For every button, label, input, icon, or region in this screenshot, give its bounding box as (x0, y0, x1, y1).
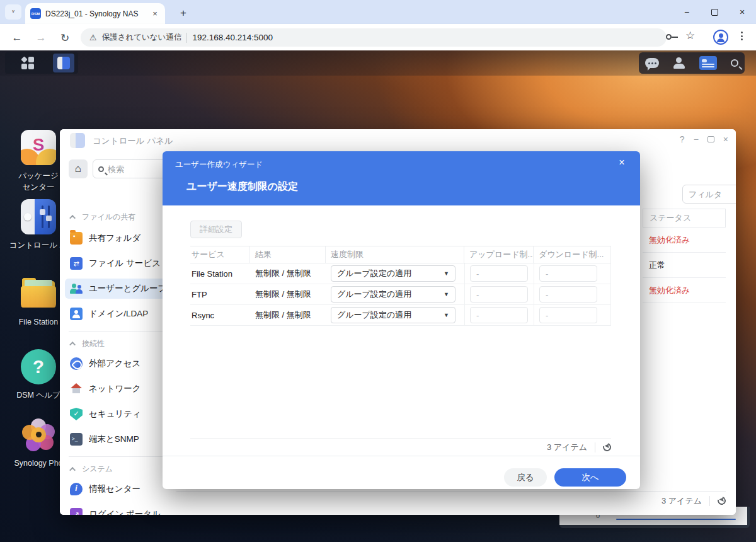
browser-menu-icon[interactable] (741, 32, 743, 40)
advanced-settings-button[interactable]: 詳細設定 (190, 221, 242, 238)
sidebar-divider (69, 456, 168, 457)
sidebar-item-terminal-snmp[interactable]: >_端末とSNMP (65, 429, 173, 449)
users-groups-icon (70, 282, 83, 295)
result-value: 無制限 / 無制限 (250, 305, 326, 325)
browser-minimize-button[interactable]: − (673, 0, 701, 24)
desktop-icon-package-center[interactable]: S パッケージ センター (11, 130, 66, 193)
items-count: 3 アイテム (662, 495, 702, 507)
refresh-icon[interactable] (602, 442, 613, 453)
result-value: 無制限 / 無制限 (250, 284, 326, 304)
shared-folder-icon (70, 232, 83, 245)
terminal-icon: >_ (70, 433, 83, 446)
control-panel-tile-icon (21, 199, 56, 234)
dialog-footer-divider (163, 456, 640, 456)
window-minimize-button[interactable]: − (694, 134, 699, 144)
section-file-sharing[interactable]: ファイルの共有 (71, 212, 135, 222)
tab-close-icon[interactable]: × (150, 9, 160, 19)
address-bar[interactable]: ⚠ 保護されていない通信 192.168.40.214:5000 (81, 28, 667, 47)
widgets-icon[interactable] (699, 56, 717, 70)
table-row-status[interactable]: 無効化済み (643, 228, 726, 253)
browser-titlebar: ᵛ DSM DS223j_01 - Synology NAS × + − × (0, 0, 756, 24)
sidebar-item-external-access[interactable]: 外部アクセス (65, 354, 173, 374)
forward-icon[interactable]: → (33, 30, 49, 46)
refresh-icon[interactable] (716, 495, 728, 507)
url-text[interactable]: 192.168.40.214:5000 (192, 33, 273, 42)
sidebar-search-box[interactable] (93, 159, 168, 178)
dialog-close-icon[interactable]: × (615, 157, 629, 168)
user-menu-icon[interactable] (673, 57, 685, 69)
synology-photos-icon (21, 417, 56, 453)
filter-input[interactable] (682, 185, 736, 204)
sidebar-item-info-center[interactable]: i情報センター (65, 479, 173, 499)
home-button[interactable]: ⌂ (69, 159, 88, 178)
column-download-limit[interactable]: ダウンロード制... (534, 246, 611, 263)
sidebar-item-shared-folder[interactable]: 共有フォルダ (65, 228, 173, 248)
back-icon[interactable]: ← (9, 30, 25, 46)
desktop-icon-synology-photos[interactable]: Synology Pho (11, 417, 66, 469)
window-maximize-button[interactable] (707, 136, 714, 142)
sidebar-item-network[interactable]: ネットワーク (65, 379, 173, 399)
reload-icon[interactable]: ↻ (57, 30, 73, 46)
desktop-icon-dsm-help[interactable]: ? DSM ヘルプ (11, 349, 66, 401)
tab-title: DS223j_01 - Synology NAS (45, 9, 146, 18)
section-connectivity[interactable]: 接続性 (71, 338, 105, 349)
browser-close-button[interactable]: × (728, 0, 756, 24)
window-help-button[interactable]: ? (680, 134, 685, 144)
collapse-chevron-icon (69, 342, 76, 348)
control-panel-titlebar[interactable]: コントロール パネル ? − × (60, 129, 736, 152)
sidebar-item-login-portal[interactable]: ↗ログイン ポータル (65, 504, 173, 515)
search-input[interactable] (108, 164, 152, 174)
tab-search-chevron-icon[interactable]: ᵛ (5, 4, 21, 20)
column-speed-limit[interactable]: 速度制限 (326, 246, 464, 263)
desktop-icon-label: コントロール パ (9, 239, 68, 251)
download-limit-input: - (539, 286, 597, 303)
sidebar-item-security[interactable]: ✓セキュリティ (65, 404, 173, 424)
browser-maximize-button[interactable] (701, 0, 728, 24)
status-column-header[interactable]: ステータス (643, 209, 726, 228)
dialog-header: ユーザー作成ウィザード × ユーザー速度制限の設定 (163, 151, 640, 205)
back-button[interactable]: 戻る (504, 468, 547, 487)
omnibox-divider (186, 33, 187, 43)
desktop-icon-control-panel[interactable]: コントロール パ (11, 199, 66, 251)
profile-icon[interactable] (713, 30, 728, 45)
desktop-icon-file-station[interactable]: File Station (11, 276, 66, 328)
new-tab-button[interactable]: + (175, 5, 192, 21)
table-row: Rsync 無制限 / 無制限 グループ設定の適用▼ - - (190, 305, 611, 326)
browser-window-controls: − × (673, 0, 756, 24)
speed-limit-table: サービス 結果 速度制限 アップロード制... ダウンロード制... File … (190, 246, 611, 326)
dialog-step-heading: ユーザー速度制限の設定 (186, 180, 298, 193)
column-upload-limit[interactable]: アップロード制... (464, 246, 534, 263)
login-portal-icon: ↗ (70, 508, 83, 515)
speed-limit-dropdown[interactable]: グループ設定の適用▼ (331, 265, 455, 282)
security-label[interactable]: 保護されていない通信 (102, 32, 182, 43)
next-button[interactable]: 次へ (554, 468, 626, 487)
table-row-status[interactable]: 正常 (643, 253, 726, 278)
maximize-icon (711, 9, 718, 16)
table-row: File Station 無制限 / 無制限 グループ設定の適用▼ - - (190, 263, 611, 284)
browser-tab[interactable]: DSM DS223j_01 - Synology NAS × (25, 3, 165, 24)
table-row-status[interactable]: 無効化済み (643, 278, 726, 303)
speed-limit-dropdown[interactable]: グループ設定の適用▼ (331, 307, 455, 323)
bookmark-star-icon[interactable]: ☆ (685, 29, 695, 42)
items-count: 3 アイテム (547, 442, 587, 453)
browser-toolbar: ← → ↻ ⚠ 保護されていない通信 192.168.40.214:5000 ☆ (0, 24, 756, 50)
app-launcher-icon[interactable] (9, 54, 47, 72)
column-result[interactable]: 結果 (250, 246, 326, 263)
column-service[interactable]: サービス (190, 246, 250, 263)
monitor-line-chart (616, 519, 736, 520)
sidebar-item-file-services[interactable]: ⇄ファイル サービス (65, 253, 173, 274)
sidebar-item-users-groups[interactable]: ユーザーとグループ (65, 279, 173, 299)
speed-limit-dropdown[interactable]: グループ設定の適用▼ (331, 286, 455, 303)
service-name: File Station (190, 263, 250, 284)
section-system[interactable]: システム (71, 464, 113, 475)
notifications-icon[interactable] (645, 58, 659, 68)
dialog-title: ユーザー作成ウィザード (175, 159, 263, 170)
password-key-icon[interactable] (666, 32, 678, 42)
window-close-button[interactable]: × (723, 134, 728, 144)
list-status-bar: 3 アイテム (176, 491, 726, 510)
search-icon[interactable] (731, 59, 738, 67)
collapse-chevron-icon (69, 467, 76, 473)
user-list-table: ステータス 無効化済み 正常 無効化済み (643, 209, 726, 303)
sidebar-item-domain-ldap[interactable]: ドメイン/LDAP (65, 304, 173, 324)
taskbar-control-panel-button[interactable] (53, 54, 74, 72)
